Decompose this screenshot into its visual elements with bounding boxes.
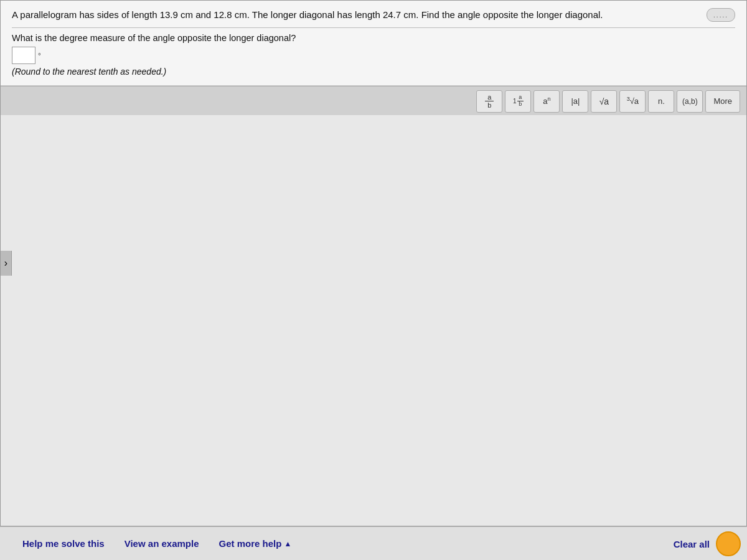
help-me-solve-button[interactable]: Help me solve this [12,533,115,554]
cbrt-icon: 3√a [627,96,639,106]
more-button[interactable]: More [705,90,740,113]
dots-button[interactable]: ..... [707,8,735,22]
answer-box-row: ° [12,47,735,64]
main-container: › A parallelogram has sides of length 13… [0,0,747,560]
arrow-up-icon: ▲ [284,539,291,548]
superscript-icon: an [543,96,550,106]
decimal-button[interactable]: n. [648,90,674,113]
answer-input[interactable] [12,47,35,64]
get-more-help-button[interactable]: Get more help ▲ [209,533,302,554]
get-more-help-label: Get more help [219,538,282,549]
view-example-button[interactable]: View an example [115,533,209,554]
absolute-value-button[interactable]: |a| [562,90,588,113]
interval-button[interactable]: (a,b) [677,90,703,113]
decimal-icon: n. [658,96,665,106]
round-note: (Round to the nearest tenth as needed.) [12,67,735,77]
question-text: What is the degree measure of the angle … [12,33,735,43]
clear-all-button[interactable]: Clear all [674,538,710,549]
bottom-bar: Help me solve this View an example Get m… [0,526,747,560]
chevron-left-icon: › [4,258,7,269]
cbrt-button[interactable]: 3√a [619,90,646,113]
mixed-fraction-icon: 1 a b [513,95,524,108]
question-panel: A parallelogram has sides of length 13.9… [1,1,746,86]
content-area: › A parallelogram has sides of length 13… [0,0,747,526]
sqrt-button[interactable]: √a [591,90,617,113]
fraction-button[interactable]: a b [476,90,502,113]
problem-statement: A parallelogram has sides of length 13.9… [12,8,735,28]
absolute-value-icon: |a| [571,96,580,106]
degree-symbol: ° [38,52,41,60]
side-arrow[interactable]: › [1,251,12,276]
problem-text: A parallelogram has sides of length 13.9… [12,8,707,22]
sqrt-icon: √a [599,96,609,106]
fraction-icon: a b [485,93,494,109]
toolbar-area: a b 1 a b an |a| [1,86,746,115]
interval-icon: (a,b) [682,97,698,106]
orange-circle-indicator [716,531,741,556]
mixed-fraction-button[interactable]: 1 a b [505,90,531,113]
superscript-button[interactable]: an [533,90,560,113]
